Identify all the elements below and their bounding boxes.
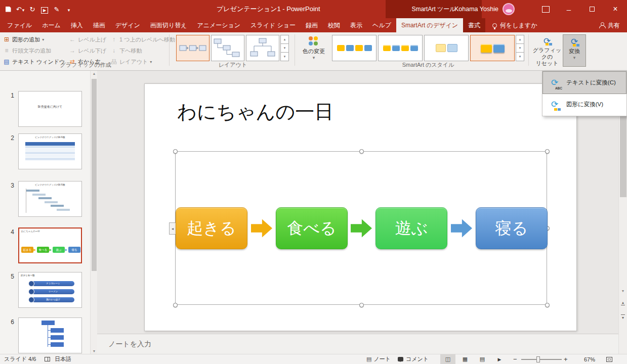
reset-graphic-button[interactable]: グラフィックの リセット: [532, 34, 562, 67]
start-slideshow-button[interactable]: [38, 2, 51, 17]
layout-option-3[interactable]: [246, 35, 279, 61]
ribbon-display-options-button[interactable]: [540, 4, 551, 14]
selection-handle[interactable]: [359, 149, 364, 154]
scroll-up-icon[interactable]: ▲: [91, 72, 98, 75]
gallery-scroll-up-icon[interactable]: ▴: [280, 35, 289, 44]
smartart-style-option-4[interactable]: [470, 35, 515, 61]
normal-view-button[interactable]: [440, 354, 455, 364]
tab-insert[interactable]: 挿入: [66, 18, 88, 32]
selection-handle[interactable]: [359, 303, 364, 307]
thumb-org-box: [41, 321, 55, 325]
selection-handle[interactable]: [173, 303, 178, 307]
tab-slideshow[interactable]: スライド ショー: [245, 18, 301, 32]
tab-draw[interactable]: 描画: [88, 18, 110, 32]
smartart-frame[interactable]: ◂ 起きる食べる遊ぶ寝る: [175, 151, 547, 305]
zoom-in-button[interactable]: +: [564, 354, 568, 364]
smartart-shape-4[interactable]: 寝る: [476, 207, 548, 249]
slide-thumbnail-6[interactable]: [18, 317, 82, 353]
gallery-scroll-down-icon[interactable]: ▾: [280, 43, 289, 53]
scrollbar-thumb[interactable]: [92, 79, 97, 271]
minimize-button[interactable]: [557, 0, 580, 18]
menu-item-convert-to-shapes[interactable]: 図形に変換(V): [543, 94, 626, 115]
previous-slide-button[interactable]: ▲: [619, 297, 627, 309]
tab-view[interactable]: 表示: [345, 18, 367, 32]
group-label-layouts: レイアウト: [176, 61, 289, 69]
notes-pane[interactable]: ノートを入力: [97, 334, 618, 354]
menu-item-convert-to-text[interactable]: テキストに変換(C): [543, 72, 626, 94]
smartart-shape-3[interactable]: 遊ぶ: [375, 207, 447, 249]
smartart-style-option-3[interactable]: [424, 35, 469, 61]
customize-qat-button[interactable]: [63, 2, 75, 17]
tab-format[interactable]: 書式: [463, 18, 485, 32]
scroll-down-icon[interactable]: ▼: [91, 349, 98, 353]
pen-mode-button[interactable]: [51, 2, 63, 17]
gallery-scroll-down-icon[interactable]: ▾: [516, 43, 524, 53]
proofing-button[interactable]: [45, 354, 50, 364]
account-area[interactable]: Kohama Yoshie: [454, 0, 515, 18]
zoom-slider-thumb[interactable]: [536, 356, 540, 362]
close-button[interactable]: [604, 0, 627, 18]
tab-transitions[interactable]: 画面切り替え: [145, 18, 192, 32]
scroll-down-icon[interactable]: ▼: [619, 289, 627, 293]
slide-title[interactable]: わにちゃんの一日: [177, 99, 333, 125]
slide-sorter-view-button[interactable]: [457, 354, 473, 364]
slide-number: 5: [4, 273, 14, 280]
gallery-more-icon[interactable]: ▾: [280, 52, 289, 61]
selection-handle[interactable]: [545, 149, 550, 154]
change-colors-button[interactable]: 色の変更: [299, 34, 329, 67]
layout-option-1[interactable]: [176, 35, 210, 61]
smartart-shape-2[interactable]: 食べる: [276, 207, 348, 249]
thumb-process-arrow: ▶: [65, 248, 68, 251]
cmd-move-up: ↑1 つ上のレベルへ移動: [109, 35, 172, 44]
undo-button[interactable]: [14, 2, 26, 17]
thumbnail-scrollbar[interactable]: ▲ ▼: [90, 71, 97, 354]
tab-help[interactable]: ヘルプ: [367, 18, 396, 32]
selection-handle[interactable]: [545, 303, 550, 307]
share-button[interactable]: 共有: [592, 18, 627, 32]
zoom-percentage[interactable]: 67%: [572, 354, 595, 364]
tell-me-box[interactable]: 何をしますか: [485, 18, 544, 32]
maximize-button[interactable]: [580, 0, 604, 18]
slide-thumbnail-5[interactable]: 好きな食べ物チョコレートラーメン鶏のから揚げ: [18, 272, 82, 308]
save-button[interactable]: [2, 2, 14, 17]
reading-view-button[interactable]: [475, 354, 490, 364]
slide-canvas[interactable]: わにちゃんの一日 ◂ 起きる食べる遊ぶ寝る: [144, 83, 577, 331]
slide-number: 1: [4, 92, 14, 99]
slideshow-view-button[interactable]: [492, 354, 507, 364]
fit-to-window-button[interactable]: [606, 354, 612, 364]
convert-button[interactable]: 変換: [563, 34, 586, 67]
layout-option-2[interactable]: [211, 35, 244, 61]
slide-number: 6: [4, 318, 14, 326]
user-avatar[interactable]: [503, 3, 515, 15]
tab-smartart-design[interactable]: SmartArt のデザイン: [396, 18, 463, 32]
cmd-add-shape[interactable]: ⊞図形の追加▾: [2, 35, 68, 44]
tab-design[interactable]: デザイン: [110, 18, 145, 32]
gallery-scroll-up-icon[interactable]: ▴: [516, 35, 524, 44]
zoom-out-button[interactable]: −: [513, 354, 517, 364]
tab-review[interactable]: 校閲: [323, 18, 345, 32]
language-indicator[interactable]: 日本語: [55, 354, 71, 364]
smartart-shape-1[interactable]: 起きる: [176, 207, 247, 249]
editing-canvas: わにちゃんの一日 ◂ 起きる食べる遊ぶ寝る: [97, 71, 618, 334]
slide-thumbnail-2[interactable]: ピンクのワニグッズの販売数: [18, 133, 82, 169]
zoom-slider-track[interactable]: [521, 359, 562, 360]
smartart-style-option-2[interactable]: [378, 35, 423, 61]
slide-thumbnail-1[interactable]: 販売促進に向けて: [18, 91, 82, 127]
pen-icon: [54, 6, 60, 13]
comments-toggle-button[interactable]: コメント: [398, 354, 429, 364]
slide-thumbnail-3[interactable]: ピンクのワニグッズの販売数: [18, 181, 82, 217]
tab-home[interactable]: ホーム: [37, 18, 66, 32]
slide-thumbnail-4[interactable]: わにちゃんの一日起きる▶食べる▶遊ぶ▶寝る: [18, 228, 82, 263]
convert-label: 変換: [569, 48, 580, 55]
notes-toggle-button[interactable]: ノート: [366, 354, 391, 364]
text-pane-toggle[interactable]: ◂: [169, 222, 176, 235]
next-slide-button[interactable]: ▼: [619, 310, 627, 323]
tab-file[interactable]: ファイル: [2, 18, 37, 32]
style-preview-chip: [392, 45, 400, 51]
selection-handle[interactable]: [173, 149, 178, 154]
tab-record[interactable]: 録画: [301, 18, 323, 32]
smartart-style-option-1[interactable]: [332, 35, 377, 61]
tab-animations[interactable]: アニメーション: [192, 18, 245, 32]
gallery-more-icon[interactable]: ▾: [516, 52, 524, 61]
redo-button[interactable]: [26, 2, 38, 17]
